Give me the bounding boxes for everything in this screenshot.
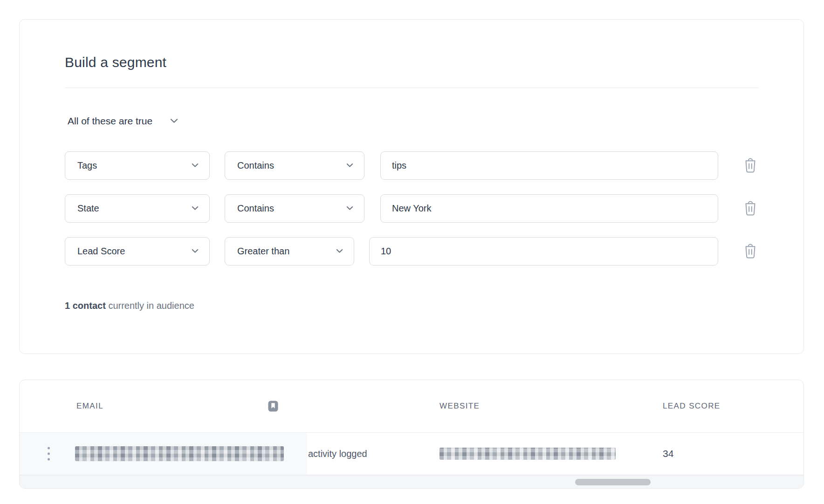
operator-select[interactable]: Contains [225,151,364,180]
filter-value-input[interactable] [380,194,718,223]
chevron-down-icon [336,249,343,253]
operator-select-value: Greater than [237,246,289,257]
trash-icon [743,157,758,173]
match-mode-label: All of these are true [68,116,152,127]
field-select-value: State [77,203,99,214]
chevron-down-icon [192,206,199,211]
delete-filter-button[interactable] [742,157,758,174]
chevron-down-icon [170,118,178,123]
kebab-menu-icon[interactable] [45,444,53,463]
contacts-table-card: EMAIL WEBSITE LEAD SCORE activity logged… [19,380,804,489]
email-redacted-value [75,446,284,461]
activity-cell: activity logged [308,449,367,459]
chevron-down-icon [346,163,353,168]
field-select-value: Lead Score [77,246,125,257]
horizontal-scrollbar-track[interactable] [20,475,803,488]
filter-row-tags: Tags Contains [65,151,758,180]
filter-row-state: State Contains [65,194,758,223]
horizontal-scrollbar-thumb[interactable] [575,479,651,485]
bookmark-icon [267,400,279,413]
segment-builder-card: Build a segment All of these are true Ta… [19,19,804,354]
column-header-email: EMAIL [76,402,103,411]
filter-value-input[interactable] [369,237,718,266]
audience-summary: 1 contact currently in audience [65,300,758,311]
field-select-value: Tags [77,160,97,171]
column-header-website: WEBSITE [439,402,480,411]
field-select[interactable]: State [65,194,210,223]
table-header-row: EMAIL WEBSITE LEAD SCORE [20,380,803,433]
operator-select[interactable]: Greater than [225,237,354,266]
filter-row-lead-score: Lead Score Greater than [65,237,758,266]
operator-select-value: Contains [237,203,274,214]
chevron-down-icon [192,249,199,253]
delete-filter-button[interactable] [742,243,758,259]
match-mode-select[interactable]: All of these are true [68,116,178,127]
audience-count: 1 contact [65,300,106,311]
operator-select-value: Contains [237,160,274,171]
trash-icon [743,243,758,259]
page-title: Build a segment [65,54,758,71]
filter-value-input[interactable] [380,151,718,180]
table-row[interactable]: activity logged 34 [20,433,803,475]
chevron-down-icon [192,163,199,168]
column-header-lead-score: LEAD SCORE [663,402,721,411]
audience-summary-text: currently in audience [108,300,194,311]
chevron-down-icon [346,206,353,211]
website-redacted-value [439,448,616,460]
operator-select[interactable]: Contains [225,194,364,223]
lead-score-cell: 34 [663,448,673,459]
field-select[interactable]: Lead Score [65,237,210,266]
field-select[interactable]: Tags [65,151,210,180]
divider [65,88,758,88]
trash-icon [743,200,758,216]
page: Build a segment All of these are true Ta… [0,0,824,504]
delete-filter-button[interactable] [742,200,758,217]
